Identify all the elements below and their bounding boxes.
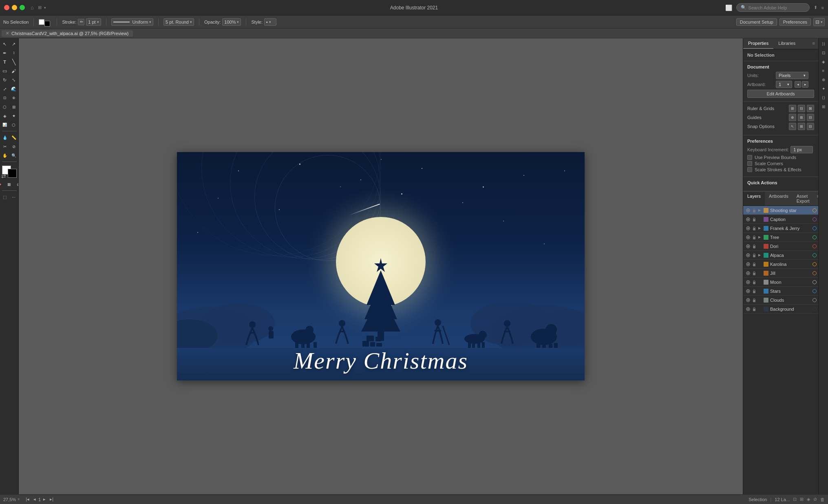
preferences-button[interactable]: Preferences [779, 18, 811, 26]
layer-target-circle[interactable] [813, 217, 817, 221]
layer-item[interactable]: Background [743, 305, 818, 314]
layer-visibility-icon[interactable] [745, 252, 751, 259]
opacity-value[interactable]: 100% ▾ [222, 18, 241, 26]
blend-tool[interactable]: ◈ [1, 112, 9, 120]
free-transform[interactable]: ⊡ [1, 94, 9, 102]
status-icon5[interactable]: 🗑 [820, 497, 825, 502]
stroke-color-swatch[interactable] [8, 169, 17, 178]
perspective-tool[interactable]: ⬡ [1, 103, 9, 111]
hand-tool[interactable]: ✋ [1, 151, 9, 159]
snap-btn3[interactable]: ⊟ [807, 123, 814, 130]
mesh-tool[interactable]: ⊞ [10, 103, 18, 111]
layer-visibility-icon[interactable] [745, 270, 751, 276]
panel-icon1[interactable]: ⟩⟩ [820, 40, 827, 47]
something2[interactable]: ⬡ [10, 121, 18, 129]
stroke-icon[interactable]: ✏ [78, 19, 84, 25]
layer-lock-icon[interactable] [751, 270, 757, 276]
guide-btn1[interactable]: ⊕ [789, 114, 796, 121]
style-dropdown[interactable]: ▪▾ [264, 18, 276, 26]
more-icon[interactable]: ≡ [821, 5, 824, 10]
layer-lock-icon[interactable] [751, 252, 757, 258]
select-tool[interactable]: ↖ [1, 40, 9, 48]
direct-select-tool[interactable]: ↗ [10, 40, 18, 48]
maximize-button[interactable] [20, 5, 25, 10]
scissors-tool[interactable]: ✂ [1, 142, 9, 150]
zoom-dropdown-icon[interactable]: ▾ [18, 497, 20, 502]
tab-artboards[interactable]: Artboards [765, 192, 793, 206]
edit-artboards-button[interactable]: Edit Artboards [747, 90, 814, 98]
layer-target-circle[interactable] [813, 298, 817, 302]
type-tool[interactable]: T [1, 58, 9, 66]
tab-properties[interactable]: Properties [743, 38, 773, 49]
layer-item[interactable]: Dori [743, 242, 818, 251]
panel-icon4[interactable]: ≡ [820, 67, 827, 74]
layer-expand-icon[interactable]: ▶ [757, 253, 762, 258]
paint-tool[interactable]: 🖌 [10, 67, 18, 75]
stroke-size-dropdown[interactable]: 5 pt. Round ▾ [163, 18, 194, 26]
symbol-tool[interactable]: ★ [10, 112, 18, 120]
stroke-type-dropdown[interactable]: Uniform ▾ [111, 18, 154, 26]
layer-target-circle[interactable] [813, 244, 817, 248]
minimize-button[interactable] [12, 5, 17, 10]
layer-item[interactable]: Clouds [743, 296, 818, 305]
artboard-dropdown[interactable]: 1 ▾ [776, 81, 792, 88]
curvature-tool[interactable]: ⌇ [10, 49, 18, 57]
guide-btn3[interactable]: ⊟ [807, 114, 814, 121]
search-bar[interactable]: 🔍 Search Adobe Help [736, 3, 810, 12]
more-tools[interactable]: ··· [10, 193, 18, 201]
layer-expand-icon[interactable]: ▶ [757, 208, 762, 213]
grid-btn3[interactable]: ⊠ [807, 105, 814, 112]
document-setup-button[interactable]: Document Setup [736, 18, 777, 26]
layer-lock-icon[interactable] [751, 234, 757, 240]
eraser-tool[interactable]: ⊘ [10, 142, 18, 150]
layer-item[interactable]: Caption [743, 215, 818, 224]
panel-menu-icon[interactable]: ≡ [809, 38, 818, 49]
color-swatches[interactable]: ⇄ [2, 166, 17, 178]
shape-builder[interactable]: ⊕ [10, 94, 18, 102]
layer-item[interactable]: ▶ Franek & Jerry [743, 224, 818, 233]
layer-expand-icon[interactable] [757, 217, 762, 222]
layer-visibility-icon[interactable] [745, 234, 751, 241]
scale-strokes-checkbox[interactable] [747, 167, 752, 172]
layer-lock-icon[interactable] [751, 306, 757, 312]
units-dropdown[interactable]: Pixels ▾ [776, 72, 808, 79]
layer-lock-icon[interactable] [751, 288, 757, 294]
reflect-tool[interactable]: ⤡ [10, 76, 18, 84]
swap-colors-icon[interactable]: ⇄ [1, 173, 6, 179]
maximize-icon[interactable]: ⬜ [725, 4, 732, 11]
layer-item[interactable]: Karolina [743, 260, 818, 269]
panel-icon2[interactable]: ⊡ [820, 49, 827, 56]
measure-tool[interactable]: 📏 [10, 133, 18, 141]
line-tool[interactable]: ╲ [10, 58, 18, 66]
layer-target-circle[interactable] [813, 289, 817, 293]
layer-expand-icon[interactable]: ▶ [757, 226, 762, 231]
scale-corners-checkbox[interactable] [747, 161, 752, 166]
layer-expand-icon[interactable] [757, 262, 762, 267]
layer-target-circle[interactable] [813, 253, 817, 257]
close-button[interactable] [4, 5, 9, 10]
artboard-next-btn[interactable]: ▸ [802, 81, 808, 88]
layer-expand-icon[interactable] [757, 298, 762, 303]
layer-lock-icon[interactable] [751, 208, 757, 213]
stroke-swatch[interactable] [44, 21, 50, 27]
zoom-control[interactable]: 27,5% ▾ [3, 497, 20, 502]
grid-btn1[interactable]: ⊞ [789, 105, 796, 112]
canvas-area[interactable]: Merry Christmas [19, 38, 743, 494]
arrange-icons[interactable]: ⊟▾ [813, 18, 825, 26]
status-icon3[interactable]: ◈ [807, 497, 810, 502]
layer-visibility-icon[interactable] [745, 288, 751, 294]
tab-asset-export[interactable]: Asset Export [793, 192, 814, 206]
panel-icon3[interactable]: ◈ [820, 58, 827, 65]
layer-lock-icon[interactable] [751, 279, 757, 285]
layer-expand-icon[interactable] [757, 271, 762, 276]
layer-expand-icon[interactable]: ▶ [757, 235, 762, 240]
eyedropper-tool[interactable]: 💧 [1, 133, 9, 141]
fill-swatch[interactable] [39, 19, 44, 25]
layer-item[interactable]: Moon [743, 278, 818, 287]
layer-target-circle[interactable] [813, 208, 817, 212]
layer-lock-icon[interactable] [751, 225, 757, 231]
share-icon[interactable]: ⬆ [814, 5, 817, 10]
nav-prev[interactable]: ◂ [32, 496, 38, 502]
layer-lock-icon[interactable] [751, 217, 757, 222]
layer-target-circle[interactable] [813, 280, 817, 284]
